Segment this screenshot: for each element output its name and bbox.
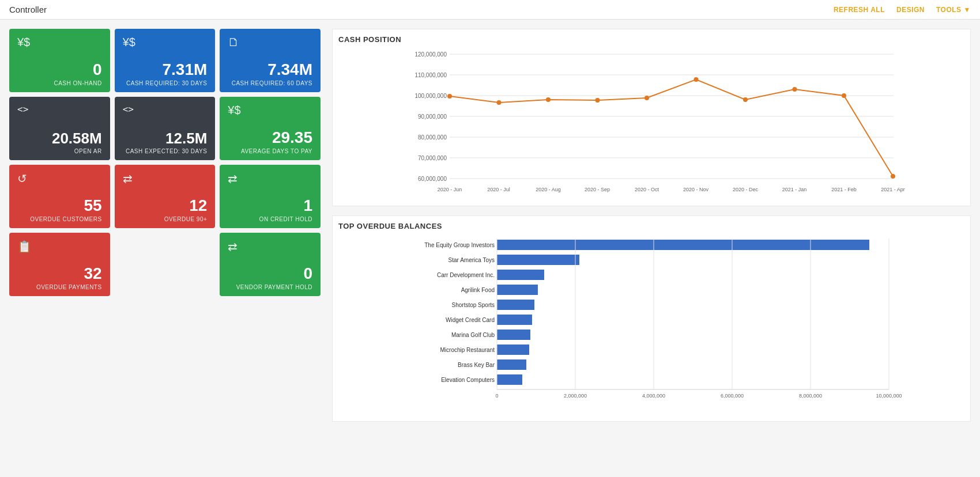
cash-on-hand-tile[interactable]: ¥$ 0 CASH ON-HAND — [9, 29, 110, 92]
svg-text:Brass Key Bar: Brass Key Bar — [458, 362, 495, 368]
svg-rect-35 — [497, 255, 579, 265]
vendor-payment-hold-icon: ⇄ — [228, 240, 312, 253]
avg-days-icon: ¥$ — [228, 104, 312, 117]
svg-text:Star America Toys: Star America Toys — [448, 257, 495, 263]
overdue-payments-tile[interactable]: 📋 32 OVERDUE PAYMENTS — [9, 233, 110, 296]
svg-point-16 — [546, 97, 551, 102]
svg-text:Carr Development Inc.: Carr Development Inc. — [437, 272, 495, 278]
svg-text:4,000,000: 4,000,000 — [642, 393, 665, 399]
overdue-balances-svg: The Equity Group Investors Star America … — [338, 235, 964, 414]
avg-days-value: 29.35 — [228, 130, 312, 146]
cash-expected-30-icon: <> — [123, 104, 208, 115]
svg-text:Agrilink Food: Agrilink Food — [461, 287, 495, 293]
empty-tile — [115, 233, 216, 296]
svg-text:80,000,000: 80,000,000 — [418, 134, 447, 141]
cash-required-60-icon: 🗋 — [228, 36, 312, 49]
svg-text:2021 - Jan: 2021 - Jan — [782, 187, 807, 192]
overdue-90-icon: ⇄ — [123, 172, 208, 186]
chevron-down-icon: ▼ — [964, 6, 971, 14]
tiles-row-4: 📋 32 OVERDUE PAYMENTS ⇄ 0 VENDOR PAYMENT… — [9, 233, 321, 296]
tiles-row-3: ↺ 55 OVERDUE CUSTOMERS ⇄ 12 OVERDUE 90+ … — [9, 165, 321, 228]
svg-text:2020 - Dec: 2020 - Dec — [733, 187, 759, 192]
page-title: Controller — [9, 5, 47, 14]
svg-text:0: 0 — [495, 393, 498, 399]
overdue-90-tile[interactable]: ⇄ 12 OVERDUE 90+ — [115, 165, 216, 228]
svg-point-15 — [497, 100, 502, 105]
cash-required-30-tile[interactable]: ¥$ 7.31M CASH REQUIRED: 30 DAYS — [115, 29, 216, 92]
cash-required-60-label: CASH REQUIRED: 60 DAYS — [228, 80, 312, 86]
svg-rect-42 — [497, 359, 526, 370]
cash-required-30-value: 7.31M — [123, 62, 208, 78]
avg-days-tile[interactable]: ¥$ 29.35 AVERAGE DAYS TO PAY — [220, 97, 321, 160]
svg-point-19 — [694, 77, 699, 82]
svg-rect-39 — [497, 315, 532, 325]
cash-position-chart: CASH POSITION 120,000,000 110,000,000 10… — [332, 29, 971, 206]
vendor-payment-hold-tile[interactable]: ⇄ 0 VENDOR PAYMENT HOLD — [220, 233, 321, 296]
svg-point-22 — [842, 93, 846, 98]
vendor-payment-hold-value: 0 — [228, 266, 312, 282]
overdue-balances-title: TOP OVERDUE BALANCES — [338, 222, 964, 230]
cash-position-svg: 120,000,000 110,000,000 100,000,000 90,0… — [338, 48, 964, 198]
svg-text:110,000,000: 110,000,000 — [414, 72, 447, 78]
tiles-row-2: <> 20.58M OPEN AR <> 12.5M CASH EXPECTED… — [9, 97, 321, 160]
header-actions: REFRESH ALL DESIGN TOOLS ▼ — [834, 6, 971, 14]
cash-on-hand-icon: ¥$ — [17, 36, 102, 49]
refresh-all-button[interactable]: REFRESH ALL — [834, 6, 885, 14]
tiles-row-1: ¥$ 0 CASH ON-HAND ¥$ 7.31M CASH REQUIRED… — [9, 29, 321, 92]
avg-days-label: AVERAGE DAYS TO PAY — [228, 148, 312, 154]
open-ar-icon: <> — [17, 104, 102, 115]
svg-text:2021 - Feb: 2021 - Feb — [831, 187, 857, 192]
cash-required-60-tile[interactable]: 🗋 7.34M CASH REQUIRED: 60 DAYS — [220, 29, 321, 92]
cash-required-30-icon: ¥$ — [123, 36, 208, 49]
svg-text:The Equity Group Investors: The Equity Group Investors — [424, 242, 495, 248]
on-credit-hold-label: ON CREDIT HOLD — [228, 216, 312, 222]
svg-text:Marina Golf Club: Marina Golf Club — [451, 332, 495, 338]
svg-text:2020 - Nov: 2020 - Nov — [683, 187, 709, 192]
overdue-customers-label: OVERDUE CUSTOMERS — [17, 216, 102, 222]
svg-text:2020 - Aug: 2020 - Aug — [536, 187, 561, 192]
svg-text:Shortstop Sports: Shortstop Sports — [452, 302, 495, 308]
svg-text:10,000,000: 10,000,000 — [876, 393, 902, 399]
svg-rect-38 — [497, 300, 534, 310]
svg-point-20 — [743, 97, 748, 102]
svg-text:2020 - Jul: 2020 - Jul — [487, 187, 510, 192]
svg-text:90,000,000: 90,000,000 — [418, 113, 447, 120]
svg-point-14 — [447, 94, 452, 99]
left-panel: ¥$ 0 CASH ON-HAND ¥$ 7.31M CASH REQUIRED… — [9, 29, 321, 422]
svg-text:2020 - Sep: 2020 - Sep — [585, 187, 610, 192]
svg-point-23 — [891, 174, 895, 179]
open-ar-value: 20.58M — [17, 131, 102, 146]
cash-position-title: CASH POSITION — [338, 35, 964, 44]
svg-text:Microchip Restaurant: Microchip Restaurant — [440, 347, 495, 353]
svg-rect-37 — [497, 285, 538, 295]
svg-text:Elevation Computers: Elevation Computers — [441, 377, 495, 383]
svg-point-17 — [595, 98, 600, 103]
tools-button[interactable]: TOOLS ▼ — [936, 6, 971, 14]
right-panel: CASH POSITION 120,000,000 110,000,000 10… — [332, 29, 971, 422]
svg-rect-36 — [497, 270, 544, 280]
svg-text:60,000,000: 60,000,000 — [418, 176, 447, 182]
cash-expected-30-tile[interactable]: <> 12.5M CASH EXPECTED: 30 DAYS — [115, 97, 216, 160]
vendor-payment-hold-label: VENDOR PAYMENT HOLD — [228, 284, 312, 290]
open-ar-tile[interactable]: <> 20.58M OPEN AR — [9, 97, 110, 160]
cash-expected-30-label: CASH EXPECTED: 30 DAYS — [123, 148, 208, 154]
overdue-balances-chart: TOP OVERDUE BALANCES — [332, 215, 971, 422]
svg-rect-40 — [497, 330, 530, 340]
design-button[interactable]: DESIGN — [896, 6, 925, 14]
overdue-90-value: 12 — [123, 198, 208, 214]
main-content: ¥$ 0 CASH ON-HAND ¥$ 7.31M CASH REQUIRED… — [0, 20, 980, 431]
on-credit-hold-icon: ⇄ — [228, 172, 312, 186]
cash-on-hand-label: CASH ON-HAND — [17, 80, 102, 86]
svg-rect-41 — [497, 344, 529, 355]
svg-text:8,000,000: 8,000,000 — [799, 393, 822, 399]
on-credit-hold-tile[interactable]: ⇄ 1 ON CREDIT HOLD — [220, 165, 321, 228]
svg-text:2020 - Oct: 2020 - Oct — [635, 187, 659, 192]
svg-rect-34 — [497, 240, 869, 250]
svg-point-18 — [644, 96, 649, 100]
overdue-customers-tile[interactable]: ↺ 55 OVERDUE CUSTOMERS — [9, 165, 110, 228]
overdue-90-label: OVERDUE 90+ — [123, 216, 208, 222]
svg-text:120,000,000: 120,000,000 — [414, 51, 447, 58]
svg-text:2,000,000: 2,000,000 — [564, 393, 587, 399]
cash-required-60-value: 7.34M — [228, 62, 312, 78]
svg-text:2021 - Apr: 2021 - Apr — [881, 187, 905, 192]
